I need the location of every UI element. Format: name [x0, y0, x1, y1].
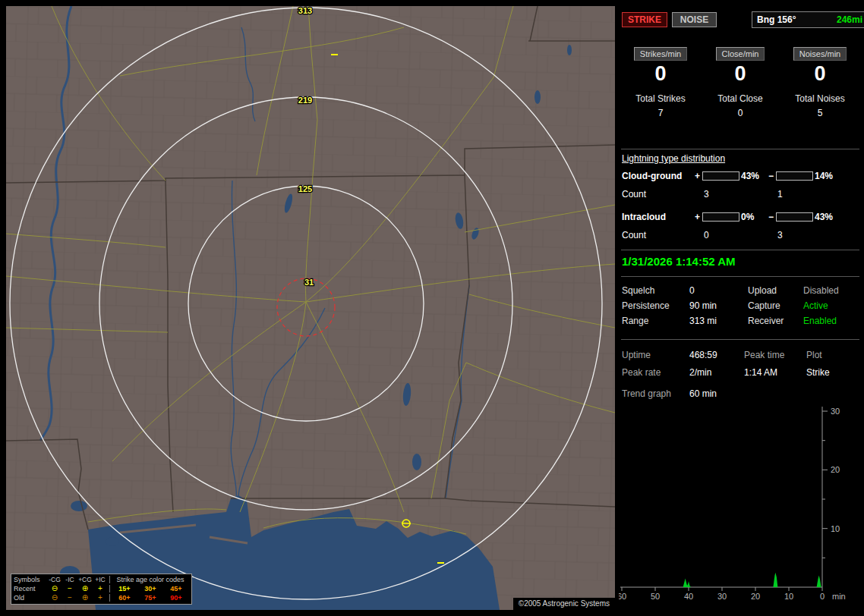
status-row: Persistence 90 min Capture Active	[619, 300, 864, 312]
neg-ic-symbol-icon: −	[62, 594, 77, 602]
upload-status: Disabled	[803, 285, 839, 296]
ic-negative-count: 3	[777, 230, 783, 240]
bearing-distance: 246mi	[837, 14, 862, 25]
cg-positive-bar	[702, 171, 739, 181]
close-per-min-value: 0	[701, 63, 780, 84]
capture-status: Active	[803, 300, 828, 311]
total-noises-value: 5	[780, 108, 859, 118]
ic-positive-bar	[702, 212, 739, 222]
svg-text:20: 20	[751, 592, 760, 601]
peak-time-label: Peak time	[744, 350, 784, 360]
peak-rate-row: Peak rate 2/min 1:14 AM Strike	[619, 367, 864, 379]
total-strikes-label: Total Strikes	[621, 93, 700, 104]
intracloud-row: Intracloud + 0% − 43%	[619, 212, 864, 222]
map-legend: Symbols -CG -IC +CG +IC Strike age color…	[11, 574, 192, 605]
range-value: 313 mi	[689, 316, 717, 326]
count-label: Count	[622, 189, 646, 200]
svg-text:60: 60	[619, 592, 626, 601]
total-strikes-value: 7	[621, 108, 700, 118]
plus-sign: +	[695, 171, 700, 181]
noises-per-min-button[interactable]: Noises/min	[793, 47, 847, 61]
svg-text:50: 50	[651, 592, 660, 601]
ring-label-313: 313	[298, 6, 312, 15]
legend-col-pos-cg: +CG	[77, 576, 93, 583]
ring-label-31: 31	[304, 278, 314, 287]
bearing-display: Bng 156° 246mi	[752, 11, 864, 28]
age-code: 90+	[163, 594, 189, 602]
total-close-label: Total Close	[701, 93, 780, 104]
trend-graph-duration: 60 min	[689, 388, 717, 399]
trend-graph-row: Trend graph 60 min	[619, 388, 864, 400]
sidebar: STRIKE NOISE Bng 156° 246mi Strikes/min …	[619, 0, 864, 616]
total-close-value: 0	[701, 108, 780, 118]
svg-text:0: 0	[820, 592, 825, 601]
persistence-value: 90 min	[689, 300, 717, 311]
legend-symbols-header: Symbols	[14, 576, 47, 583]
peak-rate-label: Peak rate	[622, 367, 661, 378]
app-window: 313 219 125 31 Symbols -CG -IC +CG	[0, 0, 864, 616]
close-per-min-button[interactable]: Close/min	[716, 47, 765, 61]
cloud-ground-row: Cloud-ground + 43% − 14%	[619, 171, 864, 181]
legend-old-label: Old	[14, 594, 47, 602]
ring-label-125: 125	[298, 184, 312, 193]
svg-text:10: 10	[831, 524, 840, 533]
status-row: Range 313 mi Receiver Enabled	[619, 316, 864, 327]
cg-negative-bar	[776, 171, 813, 181]
strike-button[interactable]: STRIKE	[622, 12, 667, 27]
plot-value: Strike	[806, 367, 830, 378]
age-code: 75+	[137, 594, 163, 602]
neg-ic-symbol-icon: −	[62, 585, 77, 592]
svg-text:10: 10	[784, 592, 793, 601]
map-panel[interactable]: 313 219 125 31 Symbols -CG -IC +CG	[6, 6, 615, 610]
capture-label: Capture	[748, 300, 780, 311]
minus-sign: −	[768, 212, 774, 222]
plot-label: Plot	[806, 350, 822, 360]
count-label: Count	[622, 230, 646, 240]
map-svg: 313 219 125 31	[6, 6, 615, 610]
pos-cg-symbol-icon: ⊕	[77, 594, 93, 602]
legend-old-row: Old ⊖ − ⊕ + 60+ 75+ 90+	[14, 593, 189, 602]
strikes-column: Strikes/min 0 Total Strikes 7	[621, 47, 700, 118]
legend-age-header: Strike age color codes	[109, 576, 189, 583]
strikes-per-min-button[interactable]: Strikes/min	[634, 47, 687, 61]
strikes-per-min-value: 0	[621, 63, 700, 84]
svg-text:30: 30	[831, 407, 840, 416]
noises-column: Noises/min 0 Total Noises 5	[780, 47, 859, 118]
cg-negative-pct: 14%	[815, 171, 833, 181]
trend-graph-panel: 1020306050403020100min	[619, 401, 864, 613]
cg-positive-pct: 43%	[741, 171, 759, 181]
copyright-text: ©2005 Astrogenic Systems	[513, 598, 615, 610]
svg-text:20: 20	[831, 465, 840, 474]
minus-sign: −	[768, 171, 774, 181]
svg-text:30: 30	[717, 592, 727, 601]
cloud-ground-label: Cloud-ground	[622, 171, 682, 181]
svg-text:40: 40	[684, 592, 693, 601]
divider	[621, 339, 859, 340]
uptime-value: 468:59	[689, 350, 717, 360]
receiver-status: Enabled	[803, 316, 837, 326]
age-code: 30+	[137, 585, 163, 592]
persistence-label: Persistence	[622, 300, 670, 311]
range-label: Range	[622, 316, 648, 326]
peak-time-value: 1:14 AM	[744, 367, 777, 378]
distribution-title: Lightning type distribution	[622, 153, 725, 164]
age-code: 60+	[112, 594, 137, 602]
legend-col-neg-ic: -IC	[62, 576, 77, 583]
ic-negative-bar	[776, 212, 813, 222]
legend-col-pos-ic: +IC	[93, 576, 108, 583]
legend-col-neg-cg: -CG	[47, 576, 62, 583]
peak-rate-value: 2/min	[689, 367, 711, 378]
cloud-ground-count-row: Count 3 1	[619, 189, 864, 200]
trend-graph-label: Trend graph	[622, 388, 671, 399]
pos-ic-symbol-icon: +	[93, 585, 108, 592]
receiver-label: Receiver	[748, 316, 784, 326]
noise-button[interactable]: NOISE	[672, 12, 717, 27]
pos-cg-symbol-icon: ⊕	[77, 585, 93, 592]
bearing-label: Bng 156°	[757, 14, 796, 25]
squelch-label: Squelch	[622, 285, 654, 296]
intracloud-count-row: Count 0 3	[619, 230, 864, 240]
divider	[621, 149, 859, 149]
ic-negative-pct: 43%	[815, 212, 833, 222]
squelch-value: 0	[689, 285, 695, 296]
legend-recent-row: Recent ⊖ − ⊕ + 15+ 30+ 45+	[14, 584, 189, 593]
